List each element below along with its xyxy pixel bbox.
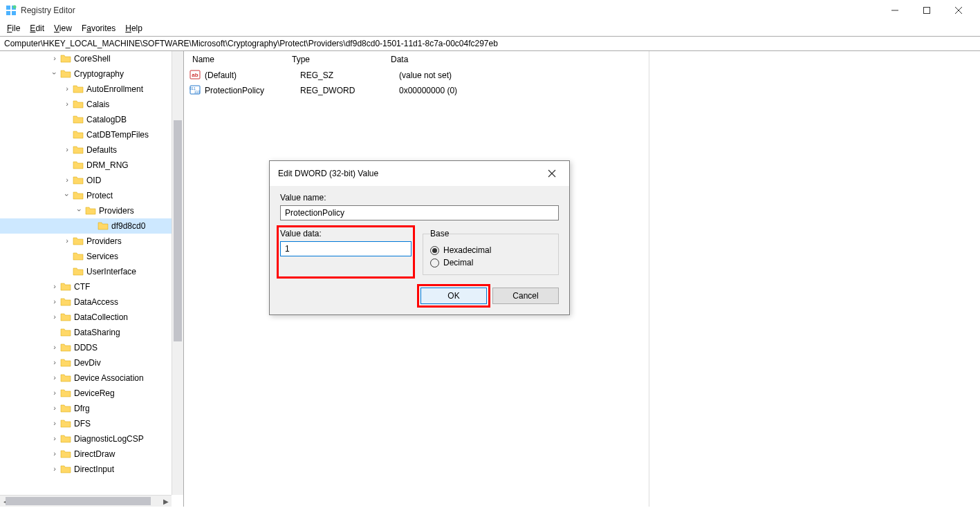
- value-data: 0x00000000 (0): [399, 86, 457, 95]
- cancel-button[interactable]: Cancel: [492, 288, 559, 304]
- expander-icon[interactable]: ›: [50, 359, 59, 367]
- ok-button[interactable]: OK: [420, 288, 487, 304]
- list-row[interactable]: 011110ProtectionPolicyREG_DWORD0x0000000…: [184, 83, 980, 98]
- address-bar[interactable]: Computer\HKEY_LOCAL_MACHINE\SOFTWARE\Mic…: [0, 36, 980, 51]
- tree-label: DirectDraw: [74, 449, 115, 459]
- expander-icon[interactable]: ›: [50, 344, 59, 352]
- tree-node-cryptography[interactable]: ›Cryptography: [0, 66, 177, 82]
- menu-view[interactable]: View: [50, 22, 76, 35]
- tree-node-services[interactable]: Services: [0, 249, 177, 264]
- tree-node-dataaccess[interactable]: ›DataAccess: [0, 294, 177, 310]
- tree-node-dfs[interactable]: ›DFS: [0, 416, 177, 431]
- base-legend: Base: [430, 229, 449, 238]
- expander-icon[interactable]: ›: [50, 55, 59, 63]
- tree-label: Defaults: [86, 145, 117, 155]
- tree-node-devicereg[interactable]: ›DeviceReg: [0, 386, 177, 401]
- tree-node-dfrg[interactable]: ›Dfrg: [0, 401, 177, 416]
- expander-icon[interactable]: ›: [50, 374, 59, 382]
- expander-icon[interactable]: ›: [50, 465, 59, 473]
- minimize-button[interactable]: [879, 0, 911, 21]
- expander-icon[interactable]: ›: [50, 70, 59, 78]
- tree-node-diagnosticlogcsp[interactable]: ›DiagnosticLogCSP: [0, 431, 177, 446]
- tree-node-directinput[interactable]: ›DirectInput: [0, 462, 177, 477]
- value-data-input[interactable]: [280, 241, 412, 256]
- tree-label: Device Association: [74, 373, 144, 383]
- menu-favorites[interactable]: Favorites: [77, 22, 120, 35]
- list-row[interactable]: ab(Default)REG_SZ(value not set): [184, 68, 980, 83]
- expander-icon[interactable]: ›: [50, 420, 59, 428]
- dialog-close-button[interactable]: [543, 164, 561, 182]
- expander-icon[interactable]: ›: [75, 207, 84, 215]
- radio-icon: [430, 246, 439, 255]
- tree-node-datacollection[interactable]: ›DataCollection: [0, 310, 177, 325]
- titlebar: Registry Editor: [0, 0, 980, 21]
- tree-node-device-association[interactable]: ›Device Association: [0, 370, 177, 386]
- menu-file[interactable]: File: [3, 22, 24, 35]
- tree-node-coreshell[interactable]: ›CoreShell: [0, 51, 177, 66]
- edit-dword-dialog: Edit DWORD (32-bit) Value Value name: Va…: [269, 160, 570, 315]
- expander-icon[interactable]: ›: [50, 404, 59, 413]
- tree-node-directdraw[interactable]: ›DirectDraw: [0, 446, 177, 462]
- tree-horizontal-scrollbar[interactable]: ◀ ▶: [0, 495, 172, 507]
- tree-node-providers[interactable]: ›Providers: [0, 234, 177, 249]
- tree-node-calais[interactable]: ›Calais: [0, 97, 177, 112]
- tree-label: DRM_RNG: [86, 160, 129, 170]
- svg-rect-3: [12, 11, 16, 15]
- tree-label: Cryptography: [74, 69, 124, 79]
- maximize-button[interactable]: [911, 0, 943, 21]
- tree-node-ctf[interactable]: ›CTF: [0, 279, 177, 294]
- window-title: Registry Editor: [21, 6, 879, 15]
- tree-node-df9d8cd0[interactable]: df9d8cd0: [0, 218, 177, 234]
- expander-icon[interactable]: ›: [50, 283, 59, 291]
- radio-decimal[interactable]: Decimal: [430, 258, 551, 267]
- menubar: File Edit View Favorites Help: [0, 21, 980, 36]
- value-data: (value not set): [399, 70, 452, 80]
- tree-label: df9d8cd0: [111, 221, 145, 231]
- tree-node-protect[interactable]: ›Protect: [0, 188, 177, 203]
- tree-node-userinterface[interactable]: UserInterface: [0, 264, 177, 279]
- expander-icon[interactable]: ›: [62, 85, 72, 93]
- radio-icon: [430, 258, 439, 267]
- tree-node-catdbtempfiles[interactable]: CatDBTempFiles: [0, 127, 177, 142]
- expander-icon[interactable]: ›: [62, 176, 72, 185]
- tree-vertical-scrollbar[interactable]: [172, 51, 183, 495]
- tree-label: CatDBTempFiles: [86, 130, 149, 140]
- menu-edit[interactable]: Edit: [26, 22, 48, 35]
- menu-help[interactable]: Help: [121, 22, 147, 35]
- value-type: REG_DWORD: [300, 86, 399, 95]
- tree-node-catalogdb[interactable]: CatalogDB: [0, 112, 177, 127]
- column-data[interactable]: Data: [388, 55, 630, 64]
- tree-label: DataAccess: [74, 297, 118, 307]
- tree-label: CatalogDB: [86, 115, 127, 124]
- tree-node-oid[interactable]: ›OID: [0, 173, 177, 188]
- close-button[interactable]: [943, 0, 974, 21]
- tree-label: DiagnosticLogCSP: [74, 434, 144, 444]
- tree-label: DFS: [74, 419, 91, 429]
- tree-node-datasharing[interactable]: DataSharing: [0, 325, 177, 340]
- tree-node-providers[interactable]: ›Providers: [0, 203, 177, 218]
- expander-icon[interactable]: ›: [50, 298, 59, 306]
- value-icon: 011110: [189, 84, 205, 97]
- expander-icon[interactable]: ›: [62, 237, 72, 245]
- regedit-icon: [6, 5, 17, 16]
- value-name-input[interactable]: [280, 205, 559, 220]
- tree-node-devdiv[interactable]: ›DevDiv: [0, 355, 177, 370]
- radio-hexadecimal[interactable]: Hexadecimal: [430, 245, 551, 255]
- value-name-label: Value name:: [280, 193, 559, 203]
- expander-icon[interactable]: ›: [62, 100, 72, 109]
- tree-node-defaults[interactable]: ›Defaults: [0, 142, 177, 158]
- column-name[interactable]: Name: [189, 55, 289, 64]
- tree-node-drm-rng[interactable]: DRM_RNG: [0, 158, 177, 173]
- expander-icon[interactable]: ›: [50, 450, 59, 458]
- expander-icon[interactable]: ›: [50, 389, 59, 397]
- expander-icon[interactable]: ›: [62, 191, 72, 200]
- expander-icon[interactable]: ›: [62, 146, 72, 154]
- tree-node-autoenrollment[interactable]: ›AutoEnrollment: [0, 82, 177, 97]
- tree-label: DataSharing: [74, 328, 120, 337]
- value-icon: ab: [189, 69, 205, 82]
- column-type[interactable]: Type: [289, 55, 388, 64]
- tree-node-ddds[interactable]: ›DDDS: [0, 340, 177, 355]
- expander-icon[interactable]: ›: [50, 435, 59, 443]
- expander-icon[interactable]: ›: [50, 313, 59, 321]
- tree-label: DirectInput: [74, 464, 114, 474]
